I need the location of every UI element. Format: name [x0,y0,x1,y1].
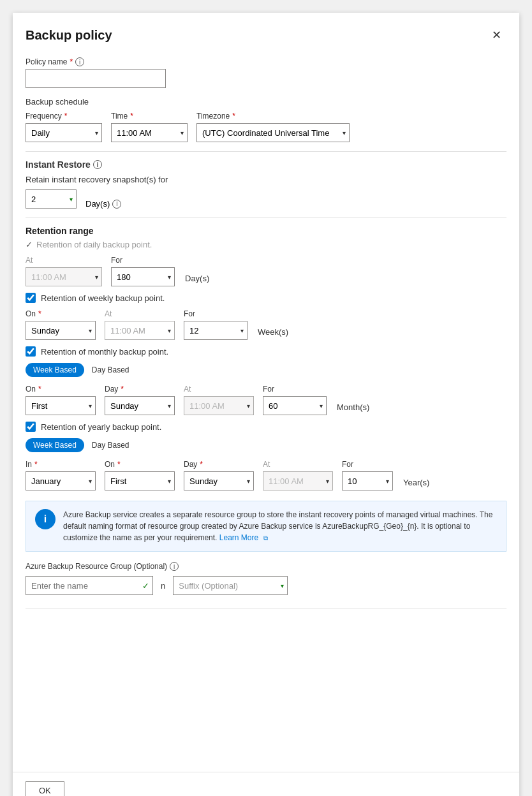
daily-retention-row: At 11:00 AM ▾ For 180 90 30 ▾ [26,256,506,286]
resource-group-info-icon[interactable]: i [170,562,179,571]
monthly-day-group: Day * Sunday Monday Tuesday Wednesday Th… [105,385,175,415]
weekly-for-suffix: Week(s) [258,327,288,340]
monthly-week-based-tab[interactable]: Week Based [26,363,84,377]
daily-retention-label: Retention of daily backup point. [36,240,152,249]
yearly-week-based-tab[interactable]: Week Based [26,438,84,452]
yearly-retention-label: Retention of yearly backup point. [41,422,161,432]
resource-suffix-select[interactable]: Suffix (Optional) [173,576,288,595]
resource-group-label: Azure Backup Resource Group (Optional) i [26,562,506,571]
time-select-wrap: 11:00 AM 12:00 PM ▾ [111,123,188,142]
external-link-icon: ⧉ [263,534,268,542]
monthly-for-select-wrap: 60 12 24 36 48 ▾ [263,396,327,415]
weekly-for-select[interactable]: 12 4 8 16 52 [184,321,248,340]
monthly-retention-checkbox-row: Retention of monthly backup point. [26,346,506,357]
days-select[interactable]: 1 2 3 4 5 [26,189,77,209]
yearly-at-select-wrap: 11:00 AM ▾ [263,471,333,490]
yearly-at-label: At [263,460,333,469]
resource-group-section: Azure Backup Resource Group (Optional) i… [26,562,506,595]
policy-name-section: Policy name * i [26,57,506,88]
backup-schedule-row: Frequency * Daily Weekly ▾ Time * [26,112,506,142]
weekly-on-label: On * [26,309,96,318]
yearly-in-label: In * [26,460,96,469]
yearly-at-group: At 11:00 AM ▾ [263,460,333,490]
weekly-for-select-wrap: 12 4 8 16 52 ▾ [184,321,248,340]
panel-footer: OK [13,772,519,796]
retain-label: Retain instant recovery snapshot(s) for [26,175,506,184]
yearly-retention-checkbox[interactable] [26,422,36,432]
yearly-for-select[interactable]: 10 1 2 3 4 5 [342,471,393,490]
time-group: Time * 11:00 AM 12:00 PM ▾ [111,112,188,142]
weekly-at-label: At [105,309,175,318]
retention-range-section: Retention range ✓ Retention of daily bac… [26,226,506,490]
monthly-at-select[interactable]: 11:00 AM [184,396,254,415]
monthly-for-select[interactable]: 60 12 24 36 48 [263,396,327,415]
backup-policy-panel: Backup policy ✕ Policy name * i Backup s… [13,13,519,796]
yearly-for-group: For 10 1 2 3 4 5 ▾ [342,460,393,490]
yearly-day-based-tab[interactable]: Day Based [84,438,137,452]
yearly-in-select[interactable]: January February March April May June Ju… [26,471,96,490]
daily-at-select[interactable]: 11:00 AM [26,267,102,286]
weekly-at-select[interactable]: 11:00 AM [105,321,175,340]
policy-name-input[interactable] [26,69,166,88]
daily-for-label: For [111,256,175,265]
daily-for-select[interactable]: 180 90 30 [111,267,175,286]
yearly-retention-row: In * January February March April May Ju… [26,460,506,490]
days-info-icon[interactable]: i [112,200,121,209]
resource-name-wrap: ✓ [26,576,153,595]
policy-name-info-icon[interactable]: i [75,57,84,66]
info-box-icon: i [35,509,55,529]
required-star: * [70,57,73,66]
info-box-text: Azure Backup service creates a separate … [63,509,497,543]
learn-more-link[interactable]: Learn More [219,533,258,542]
divider-2 [26,217,506,218]
frequency-label: Frequency * [26,112,102,121]
ok-button[interactable]: OK [26,781,64,796]
weekly-for-label: For [184,309,248,318]
panel-header: Backup policy ✕ [26,26,506,45]
yearly-at-select[interactable]: 11:00 AM [263,471,333,490]
days-suffix-wrap: Day(s) i [85,199,121,209]
monthly-retention-checkbox[interactable] [26,346,36,357]
yearly-tab-group: Week Based Day Based [26,438,506,452]
yearly-day-select[interactable]: Sunday Monday Tuesday Wednesday Thursday… [184,471,254,490]
yearly-retention-checkbox-row: Retention of yearly backup point. [26,422,506,432]
weekly-on-select[interactable]: Sunday Monday Tuesday Wednesday Thursday… [26,321,96,340]
monthly-tab-group: Week Based Day Based [26,363,506,377]
monthly-on-select[interactable]: First Second Third Fourth Last [26,396,96,415]
monthly-day-select[interactable]: Sunday Monday Tuesday Wednesday Thursday… [105,396,175,415]
yearly-for-label: For [342,460,393,469]
daily-retention-check-row: ✓ Retention of daily backup point. [26,240,506,249]
time-select[interactable]: 11:00 AM 12:00 PM [111,123,188,142]
yearly-on-select[interactable]: First Second Third Fourth Last [105,471,175,490]
frequency-select[interactable]: Daily Weekly [26,123,102,142]
resource-name-input[interactable] [26,576,153,595]
weekly-on-select-wrap: Sunday Monday Tuesday Wednesday Thursday… [26,321,96,340]
monthly-day-based-tab[interactable]: Day Based [84,363,137,377]
weekly-retention-row: On * Sunday Monday Tuesday Wednesday Thu… [26,309,506,340]
timezone-select-wrap: (UTC) Coordinated Universal Time ▾ [196,123,350,142]
monthly-day-label: Day * [105,385,175,394]
timezone-label: Timezone * [196,112,350,121]
monthly-retention-row: On * First Second Third Fourth Last ▾ [26,385,506,415]
monthly-on-group: On * First Second Third Fourth Last ▾ [26,385,96,415]
weekly-on-group: On * Sunday Monday Tuesday Wednesday Thu… [26,309,96,340]
yearly-in-select-wrap: January February March April May June Ju… [26,471,96,490]
instant-restore-row: 1 2 3 4 5 ▾ Day(s) i [26,189,506,209]
weekly-at-select-wrap: 11:00 AM ▾ [105,321,175,340]
timezone-select[interactable]: (UTC) Coordinated Universal Time [196,123,350,142]
monthly-at-select-wrap: 11:00 AM ▾ [184,396,254,415]
monthly-retention-label: Retention of monthly backup point. [41,347,168,357]
yearly-day-select-wrap: Sunday Monday Tuesday Wednesday Thursday… [184,471,254,490]
timezone-group: Timezone * (UTC) Coordinated Universal T… [196,112,350,142]
instant-restore-label: Instant Restore i [26,159,506,170]
daily-at-group: At 11:00 AM ▾ [26,256,102,286]
instant-restore-info-icon[interactable]: i [93,160,102,169]
close-button[interactable]: ✕ [487,26,506,45]
weekly-retention-checkbox[interactable] [26,293,36,303]
yearly-on-group: On * First Second Third Fourth Last ▾ [105,460,175,490]
yearly-for-suffix: Year(s) [403,478,429,490]
daily-for-select-wrap: 180 90 30 ▾ [111,267,175,286]
panel-title: Backup policy [26,28,112,43]
resource-group-row: ✓ n Suffix (Optional) ▾ [26,576,506,595]
days-select-wrap: 1 2 3 4 5 ▾ [26,189,77,209]
